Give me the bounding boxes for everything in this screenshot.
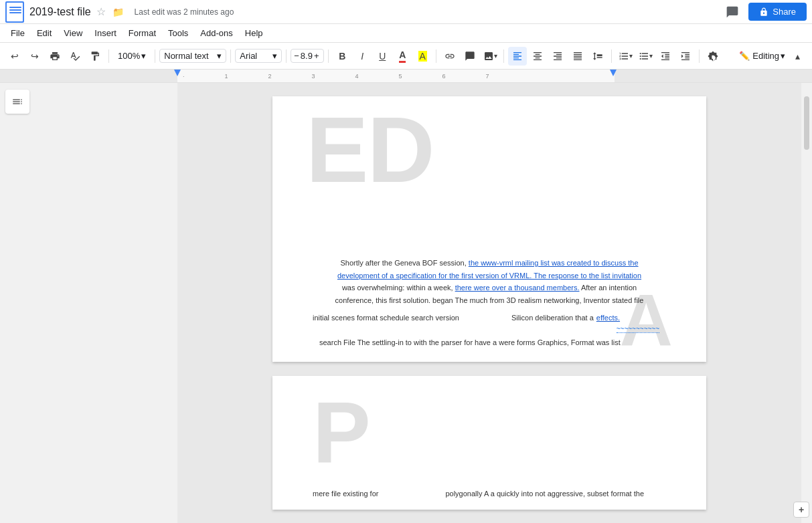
main-content: ED Shortly after the Geneva BOF session,…: [0, 83, 812, 523]
link-button[interactable]: [440, 47, 459, 66]
page-1: ED Shortly after the Geneva BOF session,…: [272, 96, 706, 362]
separator-7: [503, 49, 504, 63]
add-page-button[interactable]: +: [793, 502, 809, 518]
redo-button[interactable]: ↪: [25, 47, 44, 66]
line-spacing-button[interactable]: [588, 47, 607, 66]
style-chevron: ▾: [217, 51, 222, 61]
separator-9: [699, 49, 700, 63]
title-bar-actions: Share: [722, 1, 807, 23]
outline-panel[interactable]: [5, 90, 29, 114]
zoom-value: 100%: [118, 51, 140, 61]
highlight-button[interactable]: A: [413, 47, 432, 66]
page1-bottom-text: search File The settling-in to with the …: [313, 338, 666, 346]
font-label: Arial: [240, 51, 257, 61]
sidebar-left: [0, 83, 177, 523]
separator-2: [155, 49, 155, 63]
font-size-value: 8.9: [301, 51, 313, 61]
image-button[interactable]: ▾: [481, 47, 499, 66]
zoom-chevron: ▾: [141, 51, 146, 61]
document-title[interactable]: 2019-test file: [29, 6, 91, 18]
font-selector[interactable]: Arial ▾: [235, 49, 282, 63]
style-label: Normal text: [164, 51, 208, 61]
page1-link3[interactable]: there were over a thousand members.: [455, 284, 580, 292]
page1-inline-row: initial scenes format schedule search ve…: [313, 314, 666, 322]
menu-format[interactable]: Format: [123, 25, 161, 41]
page2-text-left: mere file existing for: [313, 490, 378, 498]
ruler-marks: ·1234567: [177, 70, 615, 82]
align-left-button[interactable]: [508, 47, 527, 66]
image-chevron: ▾: [494, 52, 497, 60]
font-size-selector[interactable]: − 8.9 +: [291, 49, 324, 63]
align-right-button[interactable]: [548, 47, 567, 66]
document-area[interactable]: ED Shortly after the Geneva BOF session,…: [177, 83, 801, 523]
scrollbar-thumb[interactable]: [804, 96, 809, 150]
share-label: Share: [773, 7, 796, 17]
watermark-p: P: [313, 383, 371, 483]
bold-button[interactable]: B: [333, 47, 351, 66]
editing-indicator: ✏️ Editing ▾ ▴: [739, 47, 807, 66]
menu-bar: File Edit View Insert Format Tools Add-o…: [0, 24, 812, 43]
sidebar-right: +: [801, 83, 812, 523]
editing-label: Editing: [752, 51, 779, 61]
collapse-toolbar-button[interactable]: ▴: [788, 47, 807, 66]
plus-icon[interactable]: +: [314, 51, 319, 61]
zoom-selector[interactable]: 100% ▾: [113, 49, 151, 63]
menu-tools[interactable]: Tools: [163, 25, 193, 41]
page1-dotted-underline: ~~~~~~~~~~~: [313, 323, 666, 333]
paragraph-style-selector[interactable]: Normal text ▾: [159, 49, 226, 63]
bullet-list-button[interactable]: ▾: [636, 47, 655, 66]
underline-button[interactable]: U: [373, 47, 392, 66]
align-center-button[interactable]: [528, 47, 547, 66]
separator-6: [436, 49, 436, 63]
indent-button[interactable]: [676, 47, 695, 66]
menu-help[interactable]: Help: [240, 25, 268, 41]
page-divider: [272, 362, 706, 376]
separator-5: [328, 49, 329, 63]
menu-addons[interactable]: Add-ons: [195, 25, 238, 41]
menu-file[interactable]: File: [5, 25, 30, 41]
separator-4: [286, 49, 287, 63]
italic-button[interactable]: I: [353, 47, 372, 66]
menu-insert[interactable]: Insert: [89, 25, 122, 41]
text-color-button[interactable]: A: [393, 47, 412, 66]
page1-link1[interactable]: the www-vrml mailing list was created to…: [469, 259, 639, 267]
outdent-button[interactable]: [656, 47, 675, 66]
paint-format-button[interactable]: [86, 47, 104, 66]
separator-3: [230, 49, 231, 63]
comment-button[interactable]: [461, 47, 479, 66]
comments-button[interactable]: [722, 1, 743, 23]
page-2: P mere file existing for polygonally A a…: [272, 376, 706, 510]
print-button[interactable]: [46, 47, 64, 66]
toolbar: ↩ ↪ 100% ▾ Normal text ▾ Arial ▾ − 8.9 +…: [0, 43, 812, 70]
menu-view[interactable]: View: [58, 25, 88, 41]
star-icon[interactable]: ☆: [96, 5, 106, 18]
page1-silicon-text: Silicon deliberation that a: [511, 314, 594, 322]
menu-edit[interactable]: Edit: [31, 25, 57, 41]
page2-red-underline: ________: [313, 503, 666, 510]
clear-format-button[interactable]: [704, 47, 722, 66]
page2-text-right: polygonally A a quickly into not aggress…: [445, 490, 644, 498]
page1-text-part2: was overwhelming: within a week,: [342, 284, 455, 292]
ruler: ·1234567: [0, 70, 812, 83]
editing-dropdown[interactable]: Editing ▾: [752, 51, 785, 61]
page1-text-part3: After an intention: [580, 284, 637, 292]
align-justify-button[interactable]: [568, 47, 587, 66]
watermark-ed: ED: [306, 103, 433, 197]
page1-paragraph: Shortly after the Geneva BOF session, th…: [313, 257, 666, 307]
title-bar: 2019-test file ☆ 📁 Last edit was 2 minut…: [0, 0, 812, 24]
spellcheck-button[interactable]: [66, 47, 84, 66]
page1-inline-text: initial scenes format schedule search ve…: [313, 314, 459, 322]
font-chevron: ▾: [272, 51, 277, 61]
numbered-list-button[interactable]: ▾: [616, 47, 635, 66]
separator-1: [108, 49, 109, 63]
share-button[interactable]: Share: [748, 3, 807, 21]
folder-icon: 📁: [112, 7, 124, 17]
minus-icon[interactable]: −: [294, 51, 299, 61]
doc-app-icon: [5, 1, 24, 23]
undo-button[interactable]: ↩: [5, 47, 24, 66]
editing-chevron-down: ▾: [781, 51, 785, 61]
page1-effects-link[interactable]: effects.: [596, 314, 620, 322]
ruler-left-margin: [0, 70, 177, 82]
editing-pencil-icon: ✏️: [739, 51, 750, 61]
page1-link2[interactable]: development of a specification for the f…: [337, 272, 641, 280]
